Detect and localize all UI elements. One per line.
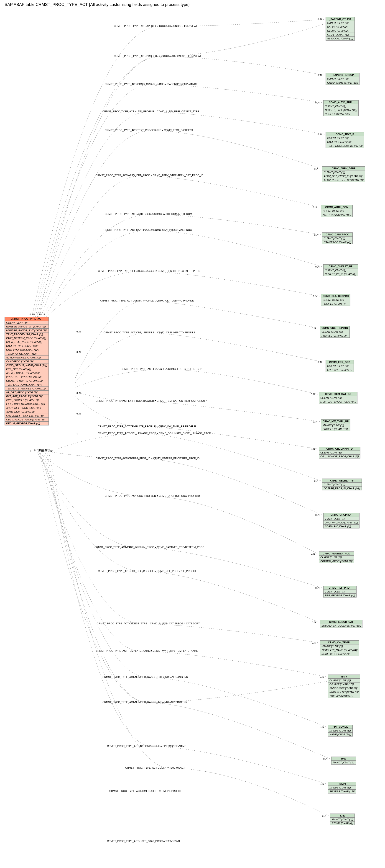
sub-entity-header: TJ20: [330, 814, 355, 818]
sub-field: PROFILE [CHAR (12)]: [328, 789, 356, 794]
sub-field: MANDT [CLNT (3)]: [321, 424, 350, 427]
relationship-label: CRMST_PROC_TYPE_ACT-CANCPROC = CRMC_CANC…: [104, 228, 192, 231]
sub-field: PROFILE [CHAR (30)]: [323, 112, 359, 116]
cardinality-right: 0..N: [315, 101, 319, 104]
main-field: OBJ_LINKAGE_PROF [CHAR (8)]: [5, 418, 49, 422]
sub-entity-table: CRMC_ERR_GRPCLIENT [CLNT (3)]ERR_GRP [CH…: [325, 360, 354, 372]
main-field: USER_STAT_PROC [CHAR (8)]: [5, 340, 49, 344]
sub-entity-table: CRMC_CLA_DEDPROCLIENT [CLNT (3)]PROFILE …: [321, 294, 350, 306]
sub-field: CLIENT [CLNT (3)]: [321, 209, 353, 213]
cardinality-left: 1: [30, 450, 31, 452]
relationship-label: CRMST_PROC_TYPE_ACT-AUTH_DOM = CRMC_AUTH…: [105, 213, 192, 215]
cardinality-left: 1: [34, 450, 36, 452]
main-field: ALTID_PROFILE [CHAR (30)]: [5, 371, 49, 375]
relationship-label: CRMST_PROC_TYPE_ACT-OBJ_LINKAGE_PROF = C…: [98, 432, 211, 435]
main-entity-header: CRMST_PROC_TYPE_ACT: [5, 317, 49, 321]
sub-field: AUTH_DOM [CHAR (16)]: [321, 213, 353, 217]
main-field: TEXT_PROCEDURE [CHAR (8)]: [5, 333, 49, 336]
sub-field: KAPPL [CHAR (2)]: [326, 25, 355, 29]
sub-field: KVEWE [CHAR (2)]: [326, 29, 355, 33]
sub-entity-header: CRMC_CHKLST_PF: [323, 265, 358, 269]
sub-entity-header: _SAPCND_CTLIST: [326, 17, 355, 21]
sub-field: CLIENT [CLNT (3)]: [326, 136, 364, 140]
sub-field: CLIENT [CLNT (3)]: [319, 396, 357, 400]
relationship-label: CRMST_PROC_TYPE_ACT-EXT_REF_PROFILE = CR…: [98, 570, 197, 572]
sub-field: MANDT [CLNT (3)]: [328, 786, 356, 789]
main-field: TEMPLATE_NAME [CHAR (64)]: [5, 383, 49, 387]
sub-entity-table: CRMC_AUTH_DOMCLIENT [CLNT (3)]AUTH_DOM […: [321, 205, 353, 217]
sub-entity-header: NRIV: [328, 675, 360, 679]
sub-field: PROFILE [CHAR (10)]: [320, 334, 350, 338]
cardinality-right: 0..N: [312, 642, 316, 644]
sub-entity-header: _SAPCND_GROUP: [326, 73, 359, 77]
sub-entity-header: T000: [331, 757, 356, 761]
main-field: TIMEPROFILE [CHAR (12)]: [5, 352, 49, 356]
sub-field: PROFILE [CHAR (4)]: [321, 302, 350, 306]
main-field: ORG_PROFILID [CHAR (12)]: [5, 348, 49, 352]
relationship-label: CRMST_PROC_TYPE_ACT-TEXT_PROCEDURE = COM…: [105, 129, 193, 131]
cardinality-right: 0..N: [318, 133, 322, 136]
main-field: COND_GROUP_NAME [CHAR (10)]: [5, 364, 49, 367]
cardinality-left: 0..N: [76, 351, 80, 353]
cardinality-right: 0..N: [320, 676, 324, 678]
cardinality-right: 0..N: [311, 448, 315, 450]
sub-field: OBJECT_TYPE [CHAR (10)]: [323, 108, 359, 112]
main-field: CLIENT [CLNT (3)]: [5, 321, 49, 325]
relationship-label: CRMST_PROC_TYPE_ACT-ACTIONPROFILE = PPFT…: [107, 745, 186, 747]
sub-entity-header: COMC_TEXT_P: [326, 132, 364, 136]
sub-entity-table: CRMC_CREI_HEPDTDCLIENT [CLNT (3)]PROFILE…: [320, 326, 350, 338]
sub-entity-header: CRMD_KW_TEMPL: [320, 641, 359, 645]
relationship-label: CRMST_PROC_TYPE_ACT-ALTID_PROFILE = COMC…: [102, 110, 199, 113]
sub-field: NODE_KEY [CHAR (12)]: [320, 652, 359, 656]
sub-entity-table: CRMC_REF_PROFCLIENT [CLNT (3)]REF_PROFIL…: [323, 586, 356, 597]
sub-entity-header: PPFTCONDE: [328, 725, 353, 729]
sub-entity-table: COMC_ALTID_PRFLCLIENT [CLNT (3)]OBJECT_T…: [323, 100, 359, 116]
relationship-label: CRMST_PROC_TYPE_ACT-OBJECT_TYPE = CRMC_S…: [97, 622, 200, 625]
sub-entity-table: CRMC_OBJLINKPF_DCLIENT [CLNT (3)]OBJ_LIN…: [319, 447, 360, 459]
sub-field: CLIENT [CLNT (3)]: [322, 483, 362, 487]
cardinality-right: 0..N: [318, 74, 322, 76]
cardinality-right: 0..N: [311, 393, 315, 396]
cardinality-right: 0..N: [311, 553, 315, 555]
cardinality-bot-cluster: 11100..NN 0..N: [38, 449, 53, 452]
relationship-label: CRMST_PROC_TYPE_ACT-ORG_PROFILID = CRMC_…: [105, 495, 200, 497]
sub-entity-header: CRMC_APRV_DTPR: [322, 166, 365, 170]
sub-field: NAME [CHAR (30)]: [328, 733, 353, 737]
sub-field: CLIENT [CLNT (3)]: [319, 451, 360, 455]
sub-field: CLIENT [CLNT (3)]: [322, 170, 365, 174]
sub-entity-table: _SAPCND_GROUPMANDT [CLNT (3)]GROUPNAME […: [325, 73, 359, 85]
sub-field: APRV_DET_PROC_ID [CHAR (8)]: [322, 174, 365, 178]
cardinality-right: 0..N: [313, 206, 317, 209]
relationship-label: CRMST_PROC_TYPE_ACT-TIMEPROFILE = TIMEPF…: [109, 789, 182, 792]
relationship-label: CRMST_PROC_TYPE_ACT-OBJREF_PROF_ID = CRM…: [96, 457, 200, 460]
sub-field: STSMA [CHAR (8)]: [330, 822, 355, 826]
cardinality-left: 0..N: [76, 392, 80, 395]
sub-entity-header: CRMC_ERR_GRP: [326, 360, 354, 364]
sub-entity-header: CRMC_AUTH_DOM: [321, 205, 353, 209]
cardinality-right: 0..N: [313, 295, 317, 298]
sub-field: TEXTPROCEDURE [CHAR (8)]: [326, 144, 364, 148]
sub-entity-header: TIMEPF: [328, 782, 356, 786]
sub-field: SCENARIO [CHAR (8)]: [323, 525, 359, 528]
sub-field: OBJECT [CHAR (10)]: [326, 140, 364, 144]
sub-field: CANCPROC [CHAR (4)]: [322, 240, 353, 244]
cardinality-right: 0..N: [312, 621, 316, 623]
main-field: TEMPLATE_PROFILE [CHAR (10)]: [5, 387, 49, 391]
sub-field: CHKLST_PF_ID [CHAR (8)]: [323, 272, 358, 276]
cardinality-right: 0..N: [322, 815, 326, 817]
sub-entity-table: CRMC_PARTNER_PDDCLIENT [CLNT (3)]DETERM_…: [319, 552, 354, 563]
sub-field: MANDT [CLNT (3)]: [331, 761, 356, 765]
sub-field: CLIENT [CLNT (3)]: [319, 556, 354, 559]
sub-entity-table: CRMC_ORGPROFCLIENT [CLNT (3)]ORG_PROFILI…: [323, 513, 359, 528]
sub-entity-header: CRMC_SUBOB_CAT: [320, 620, 362, 624]
relationship-label: CRMST_PROC_TYPE_ACT-CREI_PROFILE = CRMC_…: [104, 331, 195, 334]
sub-entity-table: CRMC_OBJREF_PFCLIENT [CLNT (3)]OBJREF_PR…: [322, 478, 362, 490]
main-field: AP_DET_PROC [CHAR (6)]: [5, 391, 49, 395]
sub-field: TOYEAR [NUMC (4)]: [328, 694, 360, 698]
main-field: CANCPROC [CHAR (4)]: [5, 360, 49, 364]
cardinality-top-cluster: 0..NN10..NN11: [30, 313, 45, 316]
cardinality-right: 0..N: [318, 18, 322, 21]
main-field: DEDUP_PROFILE [CHAR (4)]: [5, 422, 49, 426]
sub-entity-table: CRMC_APRV_DTPRCLIENT [CLNT (3)]APRV_DET_…: [322, 166, 365, 182]
relationship-label: CRMST_PROC_TYPE_ACT-AP_DET_PROC = /SAPCN…: [114, 25, 198, 27]
